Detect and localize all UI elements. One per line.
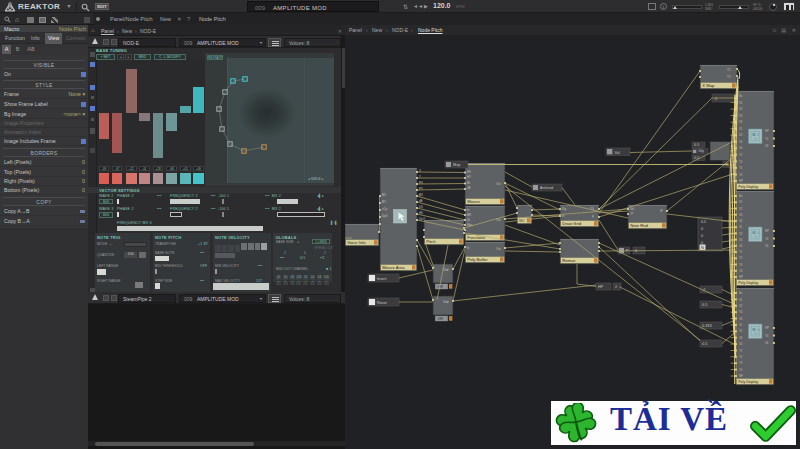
svg-text:V1: V1 — [739, 298, 743, 302]
svg-text:0.333: 0.333 — [702, 324, 712, 328]
svg-text:Val: Val — [615, 151, 620, 155]
svg-text:Y: Y — [419, 175, 421, 179]
svg-text:Y3: Y3 — [739, 166, 743, 170]
svg-text:Y4: Y4 — [765, 237, 769, 241]
svg-text:DpX: DpX — [382, 214, 388, 218]
svg-text:X2: X2 — [739, 133, 743, 137]
svg-text:HP: HP — [598, 285, 604, 289]
svg-text:V1: V1 — [739, 200, 743, 204]
svg-text:OR: OR — [438, 317, 444, 321]
svg-text:X Map: X Map — [702, 83, 715, 88]
svg-text:X4: X4 — [739, 146, 743, 150]
svg-text:Mps: Mps — [467, 223, 473, 227]
svg-text:Poly Display: Poly Display — [738, 380, 758, 384]
svg-text:Archived: Archived — [540, 186, 553, 190]
svg-text:X4: X4 — [765, 341, 769, 345]
svg-text:Mup: Mup — [453, 163, 460, 167]
svg-text:X2: X2 — [739, 232, 743, 236]
svg-text:Poly Buffer: Poly Buffer — [467, 257, 488, 262]
svg-text:X4: X4 — [739, 342, 743, 346]
svg-text:V2: V2 — [739, 107, 743, 111]
svg-text:PX: PX — [419, 181, 423, 185]
svg-text:◂ SMILE ▸: ◂ SMILE ▸ — [308, 177, 324, 181]
svg-text:BR: BR — [467, 213, 471, 217]
svg-text:Y1: Y1 — [739, 349, 743, 353]
svg-text:NP: NP — [739, 179, 743, 183]
svg-text:Y1: Y1 — [739, 153, 743, 157]
svg-text:Out: Out — [496, 182, 501, 186]
svg-text:NP: NP — [765, 229, 769, 233]
svg-text:V4: V4 — [739, 120, 743, 124]
svg-text:Bu: Bu — [739, 291, 743, 295]
svg-text:In: In — [467, 246, 470, 250]
svg-text:2: 2 — [615, 285, 617, 289]
svg-text:BX: BX — [419, 193, 423, 197]
svg-text:dB: dB — [419, 199, 423, 203]
svg-text:Mouse Area: Mouse Area — [382, 265, 405, 270]
svg-text:DX: DX — [419, 205, 423, 209]
svg-text:OR: OR — [438, 285, 444, 289]
svg-text:DpO: DpO — [419, 217, 426, 221]
svg-text:Invert: Invert — [377, 277, 387, 281]
svg-text:Dly: Dly — [562, 207, 567, 211]
svg-text:Out: Out — [443, 268, 449, 272]
svg-text:V1: V1 — [739, 101, 743, 105]
svg-text:NP: NP — [739, 275, 743, 279]
svg-text:HX: HX — [467, 170, 471, 174]
svg-text:Y3: Y3 — [590, 207, 594, 211]
svg-text:Dly: Dly — [699, 149, 705, 153]
svg-text:Y4: Y4 — [739, 269, 743, 273]
svg-text:vCp: vCp — [382, 207, 388, 211]
svg-text:0.5: 0.5 — [702, 342, 707, 346]
svg-text:Out: Out — [496, 247, 501, 251]
svg-text:V2: V2 — [739, 207, 743, 211]
svg-text:P: P — [631, 212, 633, 216]
svg-text:Functions: Functions — [467, 235, 485, 240]
svg-text:Y2: Y2 — [739, 160, 743, 164]
svg-text:PY: PY — [419, 187, 423, 191]
svg-text:Out: Out — [443, 300, 449, 304]
svg-text:Poly Display: Poly Display — [738, 185, 758, 189]
svg-text:X4: X4 — [765, 244, 769, 248]
svg-text:P: P — [592, 215, 594, 219]
svg-text:X2: X2 — [739, 329, 743, 333]
svg-text:V3: V3 — [739, 310, 743, 314]
svg-text:X: X — [419, 169, 421, 173]
svg-text:0.5: 0.5 — [694, 143, 699, 147]
svg-text:Y4: Y4 — [765, 334, 769, 338]
svg-text:Remux: Remux — [562, 258, 576, 263]
svg-text:Y4: Y4 — [739, 173, 743, 177]
svg-text:Y3: Y3 — [739, 263, 743, 267]
svg-text:X3: X3 — [739, 336, 743, 340]
svg-text:V2: V2 — [739, 304, 743, 308]
svg-text:Voice Info: Voice Info — [347, 240, 366, 245]
svg-text:NP: NP — [765, 326, 769, 330]
svg-text:HD: HD — [419, 211, 423, 215]
svg-text:In: In — [467, 208, 470, 212]
svg-text:BX: BX — [382, 193, 386, 197]
svg-text:Y2: Y2 — [739, 355, 743, 359]
svg-text:X4: X4 — [765, 144, 769, 148]
svg-text:Out: Out — [496, 218, 501, 222]
svg-text:X1: X1 — [739, 127, 743, 131]
svg-text:0: 0 — [635, 249, 637, 253]
svg-text:0.5: 0.5 — [701, 220, 706, 224]
svg-text:Y2: Y2 — [727, 75, 731, 79]
svg-text:Bu: Bu — [739, 194, 743, 198]
svg-text:Poly Display: Poly Display — [738, 281, 758, 285]
svg-text:N: N — [701, 246, 704, 250]
svg-text:X3: X3 — [739, 140, 743, 144]
svg-text:BY: BY — [382, 200, 386, 204]
svg-text:Reset: Reset — [377, 301, 388, 305]
svg-text:HY: HY — [467, 175, 471, 179]
svg-text:V4: V4 — [739, 317, 743, 321]
svg-text:Y3: Y3 — [739, 361, 743, 365]
svg-text:Draw Grid: Draw Grid — [562, 221, 582, 226]
svg-text:Y1: Y1 — [727, 68, 731, 72]
svg-text:Y1: Y1 — [739, 250, 743, 254]
svg-text:NP: NP — [765, 129, 769, 133]
svg-text:BL: BL — [467, 181, 471, 185]
svg-text:Note Rnd: Note Rnd — [630, 223, 648, 228]
svg-text:V3: V3 — [739, 213, 743, 217]
svg-text:X1: X1 — [739, 225, 743, 229]
